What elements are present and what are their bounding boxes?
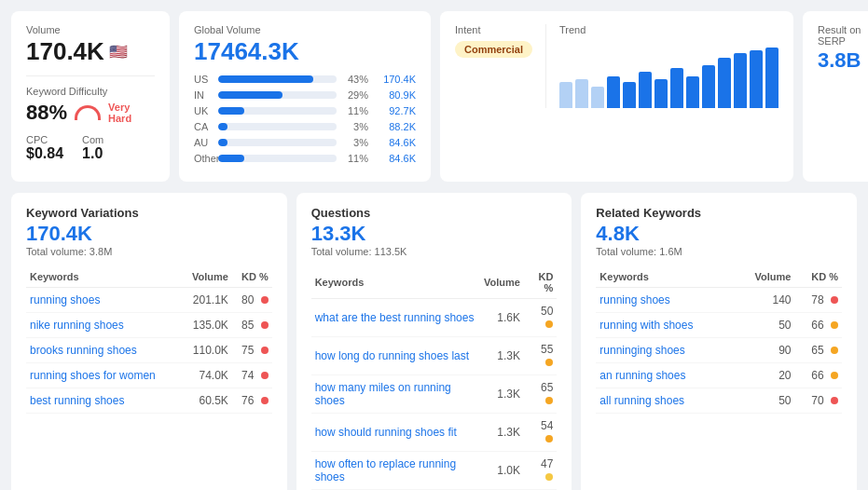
vol-cell: 140 <box>735 288 795 313</box>
kw-link[interactable]: how many miles on running shoes <box>315 381 451 407</box>
kw-link[interactable]: nike running shoes <box>30 319 124 332</box>
related-table: Keywords Volume KD % running shoes 140 7… <box>596 266 842 414</box>
kw-link[interactable]: what are the best running shoes <box>315 311 475 324</box>
variations-col-vol: Volume <box>181 266 232 288</box>
kw-cell: how many miles on running shoes <box>311 375 480 414</box>
bar-val: 80.9K <box>374 89 416 101</box>
bar-val: 84.6K <box>374 153 416 164</box>
trend-bar-13 <box>765 48 778 108</box>
vol-cell: 20 <box>735 363 795 388</box>
flag-icon: 🇺🇸 <box>109 43 128 61</box>
kd-cell: 55 <box>524 337 557 375</box>
kw-link[interactable]: how long do running shoes last <box>315 349 469 362</box>
bar-row-ca: CA 3% 88.2K <box>194 121 416 132</box>
kw-link[interactable]: how often to replace running shoes <box>315 457 456 483</box>
kd-arc <box>75 105 101 120</box>
kw-link[interactable]: running shoes <box>599 293 669 306</box>
kw-link[interactable]: running shoes for women <box>30 369 156 382</box>
table-row: all running shoes 50 70 <box>596 388 842 414</box>
vol-cell: 90 <box>735 338 795 363</box>
variations-count: 170.4K <box>26 222 92 245</box>
intent-section: Intent Commercial <box>455 24 546 108</box>
kd-dot <box>261 347 269 354</box>
trend-bars <box>559 43 778 108</box>
kd-cell: 76 <box>232 388 272 414</box>
trend-bar-10 <box>718 58 731 108</box>
questions-col-kd: KD % <box>524 266 557 299</box>
cpc-com-row: CPC $0.84 Com 1.0 <box>26 134 155 162</box>
cpc-label: CPC <box>26 134 63 145</box>
kd-cell: 65 <box>524 375 557 414</box>
bar-country: US <box>194 74 213 85</box>
bar-fill <box>218 155 244 162</box>
kw-link[interactable]: running shoes <box>30 293 100 306</box>
kd-cell: 47 <box>524 452 557 490</box>
bar-val: 84.6K <box>374 137 416 148</box>
kd-dot <box>831 296 838 304</box>
kd-row: 88% Very Hard <box>26 101 155 125</box>
kw-link[interactable]: brooks running shoes <box>30 344 137 357</box>
kw-link[interactable]: all running shoes <box>599 394 684 407</box>
kw-cell: running shoes for women <box>26 363 181 388</box>
kw-link[interactable]: running with shoes <box>599 319 693 332</box>
kw-cell: running shoes <box>26 288 181 313</box>
trend-bar-1 <box>575 79 588 108</box>
trend-bar-11 <box>734 53 747 108</box>
variations-col-kd: KD % <box>232 266 272 288</box>
vol-cell: 74.0K <box>181 363 232 388</box>
card-variations: Keyword Variations 170.4K Total volume: … <box>11 193 287 490</box>
trend-bar-8 <box>686 76 699 108</box>
table-row: running shoes for women 74.0K 74 <box>26 363 272 388</box>
kd-label: Keyword Difficulty <box>26 86 155 97</box>
questions-body: what are the best running shoes 1.6K 50 … <box>311 299 558 490</box>
kd-cell: 85 <box>232 313 272 338</box>
global-label: Global Volume <box>194 24 416 35</box>
kw-link[interactable]: best running shoes <box>30 394 124 407</box>
bar-country: CA <box>194 121 213 132</box>
kw-link[interactable]: how should running shoes fit <box>315 426 457 439</box>
kd-dot <box>831 397 838 404</box>
kw-cell: how should running shoes fit <box>311 414 480 452</box>
kw-link[interactable]: runninging shoes <box>599 344 684 357</box>
kw-cell: all running shoes <box>596 388 735 414</box>
kd-dot <box>261 296 269 304</box>
bottom-row: Keyword Variations 170.4K Total volume: … <box>11 193 857 490</box>
variations-body: running shoes 201.1K 80 nike running sho… <box>26 288 272 414</box>
kd-dot <box>831 321 838 329</box>
bar-row-in: IN 29% 80.9K <box>194 89 416 101</box>
bar-track <box>218 123 337 130</box>
bar-rows: US 43% 170.4K IN 29% 80.9K UK 11% 92.7K … <box>194 74 416 164</box>
kd-cell: 75 <box>232 338 272 363</box>
bar-fill <box>218 91 282 99</box>
result-section: Result on SERP 3.8B <box>818 24 868 169</box>
vol-cell: 135.0K <box>181 313 232 338</box>
bar-fill <box>218 107 244 115</box>
kw-link[interactable]: an running shoes <box>599 369 685 382</box>
com-label: Com <box>82 134 103 145</box>
table-row: how often to replace running shoes 1.0K … <box>311 452 558 490</box>
com-value: 1.0 <box>82 145 103 161</box>
bar-track <box>218 107 337 115</box>
kd-value: 88% <box>26 101 67 125</box>
kd-dot <box>261 321 269 329</box>
kd-gauge <box>75 105 101 120</box>
bar-val: 92.7K <box>374 105 416 116</box>
kd-dot <box>545 473 553 481</box>
result-label: Result on SERP <box>818 24 868 47</box>
bar-fill <box>218 123 227 130</box>
kd-dot <box>545 320 553 328</box>
bar-country: UK <box>194 105 213 116</box>
related-col-vol: Volume <box>735 266 795 288</box>
related-body: running shoes 140 78 running with shoes … <box>596 288 842 414</box>
bar-fill <box>218 75 313 83</box>
questions-col-vol: Volume <box>480 266 524 299</box>
vol-cell: 201.1K <box>181 288 232 313</box>
bar-row-us: US 43% 170.4K <box>194 74 416 85</box>
kw-cell: best running shoes <box>26 388 181 414</box>
vol-cell: 1.0K <box>480 452 524 490</box>
intent-badge: Commercial <box>455 41 532 58</box>
kw-cell: nike running shoes <box>26 313 181 338</box>
card-global-volume: Global Volume 17464.3K US 43% 170.4K IN … <box>179 11 431 182</box>
table-row: how many miles on running shoes 1.3K 65 <box>311 375 558 414</box>
kd-dot <box>545 397 553 404</box>
